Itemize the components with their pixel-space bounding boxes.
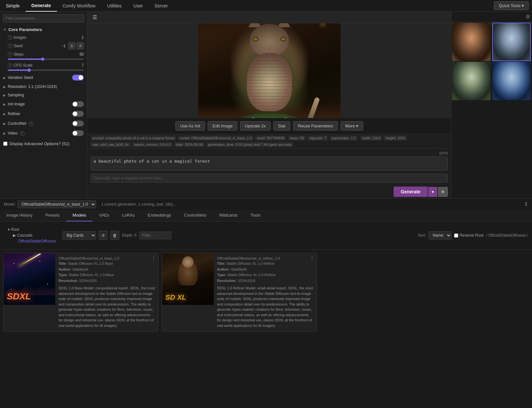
tab-tools[interactable]: Tools: [244, 210, 267, 221]
warrior-art-text: SD XL: [165, 293, 186, 302]
view-select[interactable]: Big Cards Small Cards List: [62, 231, 96, 240]
right-panel-settings-button[interactable]: ⚙: [526, 14, 530, 20]
variation-seed-toggle[interactable]: [72, 75, 84, 81]
thumbnail-4[interactable]: [492, 62, 531, 100]
generate-cancel-button[interactable]: ✕: [438, 187, 448, 197]
sampling-row[interactable]: ▶ Sampling: [0, 91, 87, 99]
reverse-root-label: Reverse Root: [454, 233, 483, 238]
model-card-2-menu-button[interactable]: ⋮: [309, 255, 315, 261]
quick-tools-button[interactable]: Quick Tools ▾: [494, 1, 529, 10]
images-help-icon[interactable]: ?: [8, 35, 12, 40]
tab-embeddings[interactable]: Embeddings: [141, 210, 178, 221]
resolution-row[interactable]: ▶ Resolution: 1:1 (1024×1024): [0, 82, 87, 91]
refresh-button[interactable]: ↺: [99, 231, 108, 240]
generated-image[interactable]: [198, 23, 341, 118]
variation-seed-chevron-icon: ▶: [3, 76, 6, 80]
nav-user[interactable]: User: [127, 0, 149, 12]
tab-image-history[interactable]: Image History: [0, 210, 39, 221]
thumbnail-1[interactable]: [452, 23, 491, 61]
refiner-row[interactable]: ▶ Refiner: [0, 109, 87, 119]
reverse-root-checkbox[interactable]: [454, 233, 458, 238]
init-image-row[interactable]: ▶ Init Image: [0, 99, 87, 109]
variation-seed-label: Variation Seed: [8, 75, 33, 80]
path-text: / OfficialStableDiffusion /: [486, 233, 528, 238]
nav-server[interactable]: Server: [149, 0, 174, 12]
variation-seed-row[interactable]: ▶ Variation Seed: [0, 73, 87, 82]
star-button[interactable]: Star: [273, 121, 291, 131]
tree-nav: ▾ Root ▶ Cascade OfficialStableDiffusion: [4, 224, 60, 247]
tab-wildcards[interactable]: Wildcards: [213, 210, 244, 221]
generate-dropdown-button[interactable]: ▾: [428, 187, 437, 197]
upscale-2x-button[interactable]: Upscale 2x: [240, 121, 270, 131]
steps-help-icon[interactable]: ?: [8, 52, 12, 57]
core-parameters-section[interactable]: ▼ Core Parameters: [0, 25, 87, 34]
refiner-chevron-icon: ▶: [3, 112, 6, 116]
controlnet-help-icon[interactable]: ?: [29, 122, 33, 126]
nav-utilities[interactable]: Utilities: [101, 0, 127, 12]
filter-parameters-input[interactable]: [3, 14, 84, 23]
model-dropdown[interactable]: OfficialStableDiffusion/sd_xl_base_1.0: [17, 200, 96, 208]
tab-controlnets[interactable]: ControlNets: [178, 210, 213, 221]
app-container: Simple Generate Comfy Workflow Utilities…: [0, 0, 532, 408]
display-advanced-label[interactable]: Display Advanced Options? (51): [3, 141, 84, 146]
controlnet-row[interactable]: ▶ ControlNet ?: [0, 119, 87, 128]
seed-help-icon[interactable]: ?: [8, 44, 12, 48]
resolution-chevron-icon: ▶: [3, 85, 6, 89]
controlnet-toggle[interactable]: [72, 121, 84, 126]
more-button[interactable]: More ▾: [341, 121, 363, 131]
sort-select[interactable]: Name: [429, 231, 451, 240]
cfg-slider-thumb[interactable]: [27, 69, 31, 72]
seed-copy-button[interactable]: ⎘: [68, 42, 75, 49]
tree-root[interactable]: ▾ Root: [8, 227, 56, 232]
top-nav: Simple Generate Comfy Workflow Utilities…: [0, 0, 532, 12]
meta-steps: steps: 50: [288, 135, 306, 141]
video-help-icon[interactable]: ?: [20, 131, 25, 136]
model-card-2-thumbnail[interactable]: SD XL: [162, 253, 214, 305]
meta-prompt: prompt: a beautiful photo of a cat in a …: [91, 135, 176, 141]
tab-presets[interactable]: Presets: [39, 210, 66, 221]
sidebar-toggle-button[interactable]: ☰: [91, 14, 99, 21]
generate-row: Generate ▾ ✕: [87, 185, 451, 198]
seed-param-row: ? Seed -1 ⎘ ↺: [0, 41, 87, 51]
nav-simple[interactable]: Simple: [0, 0, 26, 12]
prompt-input[interactable]: a beautiful photo of a cat in a magical …: [91, 156, 448, 171]
video-toggle[interactable]: [72, 130, 84, 136]
nav-generate[interactable]: Generate: [26, 0, 57, 12]
display-advanced-checkbox[interactable]: [3, 142, 7, 146]
thumbnail-3[interactable]: [452, 62, 491, 100]
generate-button[interactable]: Generate: [394, 187, 428, 197]
chevron-down-icon: ▼: [3, 28, 6, 31]
thumbnail-2-image: [493, 23, 530, 60]
refiner-toggle[interactable]: [72, 111, 84, 117]
steps-label: ? Steps: [8, 52, 77, 57]
models-toolbar: ▾ Root ▶ Cascade OfficialStableDiffusion: [0, 221, 532, 250]
steps-slider-thumb[interactable]: [41, 58, 44, 61]
tree-official-sd[interactable]: OfficialStableDiffusion: [18, 238, 56, 244]
cfg-help-icon[interactable]: ?: [8, 63, 12, 68]
thumbnail-2[interactable]: [492, 23, 531, 61]
model-filter-input[interactable]: [139, 231, 171, 239]
reuse-parameters-button[interactable]: Reuse Parameters: [293, 121, 338, 131]
init-image-chevron-icon: ▶: [3, 102, 6, 106]
model-card-1-thumbnail[interactable]: SDXL: [4, 253, 55, 305]
cfg-slider-fill: [8, 70, 29, 71]
seed-random-button[interactable]: ↺: [77, 42, 84, 49]
delete-button[interactable]: 🗑: [110, 231, 119, 240]
tab-loras[interactable]: LoRAs: [116, 210, 141, 221]
negative-prompt-input[interactable]: [91, 174, 448, 183]
nav-comfy[interactable]: Comfy Workflow: [57, 0, 102, 12]
model-card-1-author-label: Author:: [59, 267, 72, 271]
tab-models[interactable]: Models: [66, 210, 92, 221]
model-card-2-type-label: Type:: [217, 273, 227, 277]
tree-cascade[interactable]: ▶ Cascade: [13, 232, 56, 238]
video-row[interactable]: ▶ Video ?: [0, 128, 87, 138]
tree-cascade-chevron: ▶: [13, 233, 16, 238]
cfg-slider-track[interactable]: [8, 70, 84, 71]
steps-slider-track[interactable]: [8, 59, 84, 60]
edit-image-button[interactable]: Edit Image: [208, 121, 237, 131]
use-as-init-button[interactable]: Use As Init: [175, 121, 205, 131]
tab-vaes[interactable]: VAEs: [92, 210, 116, 221]
model-card-1-menu-button[interactable]: ⋮: [151, 255, 156, 261]
init-image-toggle[interactable]: [72, 101, 84, 107]
core-parameters-label: Core Parameters: [8, 27, 42, 32]
